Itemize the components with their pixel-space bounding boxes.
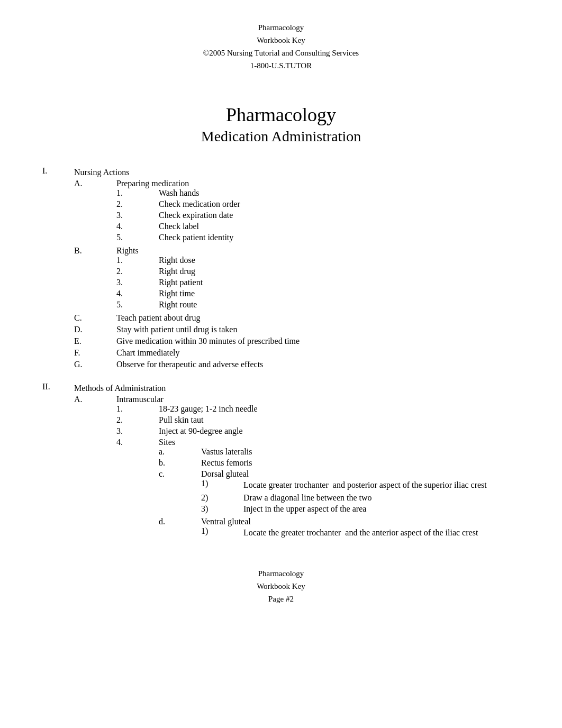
main-title: Pharmacology (42, 104, 520, 126)
subsection-C-num: C. (74, 313, 116, 323)
site-c-3-num: 3) (201, 504, 243, 514)
item-A4-text: Check label (159, 222, 520, 231)
site-d-1-text: Locate the greater trochanter and the an… (243, 526, 520, 539)
item-A5: 5. Check patient identity (116, 233, 520, 242)
site-b-num: b. (159, 458, 201, 468)
section-II-label: Methods of Administration (74, 382, 520, 395)
footer-line1: Pharmacology (42, 567, 520, 580)
sub-title: Medication Administration (42, 128, 520, 145)
site-c-1-num: 1) (201, 479, 243, 492)
site-c-1: 1) Locate greater trochanter and posteri… (201, 479, 520, 492)
site-c-2: 2) Draw a diagonal line between the two (201, 493, 520, 503)
item-II-A3: 3. Inject at 90-degree angle (116, 426, 520, 436)
item-II-A4: 4. Sites a. Vastus lateralis (116, 438, 520, 542)
title-section: Pharmacology Medication Administration (42, 104, 520, 145)
item-B3-num: 3. (116, 278, 159, 287)
item-B2-num: 2. (116, 267, 159, 276)
item-A3-num: 3. (116, 211, 159, 220)
page-header: Pharmacology Workbook Key ©2005 Nursing … (42, 21, 520, 72)
subsection-B-num: B. (74, 246, 116, 311)
subsection-D-num: D. (74, 325, 116, 334)
site-a-num: a. (159, 447, 201, 457)
item-B5-num: 5. (116, 300, 159, 310)
item-B5: 5. Right route (116, 300, 520, 310)
subsection-B-label: Rights (116, 246, 520, 256)
subsection-A-num: A. (74, 179, 116, 244)
subsection-F-num: F. (74, 348, 116, 358)
item-A4: 4. Check label (116, 222, 520, 231)
site-d-1-num: 1) (201, 526, 243, 539)
subsection-II-A-content: Intramuscular 1. 18-23 gauge; 1-2 inch n… (116, 395, 520, 544)
subsection-E-label: Give medication within 30 minutes of pre… (116, 336, 520, 346)
item-A1-num: 1. (116, 188, 159, 198)
item-B1-text: Right dose (159, 256, 520, 265)
site-a: a. Vastus lateralis (159, 447, 520, 457)
site-c-num: c. (159, 469, 201, 515)
item-II-A2: 2. Pull skin taut (116, 415, 520, 425)
item-A1-text: Wash hands (159, 188, 520, 198)
footer-line3: Page #2 (42, 593, 520, 605)
site-c-3: 3) Inject in the upper aspect of the are… (201, 504, 520, 514)
item-B1-num: 1. (116, 256, 159, 265)
section-II: II. Methods of Administration A. Intramu… (42, 382, 520, 546)
subsection-II-A-num: A. (74, 395, 116, 544)
header-line1: Pharmacology (42, 21, 520, 34)
page-footer: Pharmacology Workbook Key Page #2 (42, 567, 520, 605)
page: Pharmacology Workbook Key ©2005 Nursing … (0, 0, 562, 728)
subsection-C: C. Teach patient about drug (74, 313, 520, 323)
site-c-2-num: 2) (201, 493, 243, 503)
item-II-A1: 1. 18-23 gauge; 1-2 inch needle (116, 404, 520, 414)
site-b: b. Rectus femoris (159, 458, 520, 468)
site-c-3-text: Inject in the upper aspect of the area (243, 504, 520, 514)
header-line3: ©2005 Nursing Tutorial and Consulting Se… (42, 47, 520, 59)
item-B4: 4. Right time (116, 289, 520, 298)
item-B4-text: Right time (159, 289, 520, 298)
subsection-G-num: G. (74, 360, 116, 369)
item-B3-text: Right patient (159, 278, 520, 287)
site-b-label: Rectus femoris (201, 458, 520, 468)
site-d-num: d. (159, 517, 201, 541)
subsection-G-label: Observe for therapeutic and adverse effe… (116, 360, 520, 369)
site-a-label: Vastus lateralis (201, 447, 520, 457)
section-I-num: I. (42, 166, 74, 371)
item-A4-num: 4. (116, 222, 159, 231)
subsection-E-num: E. (74, 336, 116, 346)
item-A5-num: 5. (116, 233, 159, 242)
subsection-A-content: Preparing medication 1. Wash hands 2. Ch… (116, 179, 520, 244)
footer-line2: Workbook Key (42, 580, 520, 593)
subsection-II-A-label: Intramuscular (116, 395, 520, 404)
subsection-F: F. Chart immediately (74, 348, 520, 358)
item-A3: 3. Check expiration date (116, 211, 520, 220)
item-A2-text: Check medication order (159, 199, 520, 209)
header-line4: 1-800-U.S.TUTOR (42, 59, 520, 72)
subsection-E: E. Give medication within 30 minutes of … (74, 336, 520, 346)
item-II-A3-text: Inject at 90-degree angle (159, 426, 520, 436)
subsection-C-label: Teach patient about drug (116, 313, 520, 323)
section-I-label: Nursing Actions (74, 166, 520, 179)
subsection-B: B. Rights 1. Right dose 2. Right drug 3. (74, 246, 520, 311)
item-B2-text: Right drug (159, 267, 520, 276)
item-A2-num: 2. (116, 199, 159, 209)
section-I: I. Nursing Actions A. Preparing medicati… (42, 166, 520, 371)
item-A3-text: Check expiration date (159, 211, 520, 220)
site-c-content: Dorsal gluteal 1) Locate greater trochan… (201, 469, 520, 515)
item-A1: 1. Wash hands (116, 188, 520, 198)
item-II-A4-num: 4. (116, 438, 159, 542)
subsection-B-content: Rights 1. Right dose 2. Right drug 3. Ri… (116, 246, 520, 311)
subsection-D-label: Stay with patient until drug is taken (116, 325, 520, 334)
site-d-label: Ventral gluteal (201, 517, 520, 526)
item-B1: 1. Right dose (116, 256, 520, 265)
subsection-F-label: Chart immediately (116, 348, 520, 358)
item-A2: 2. Check medication order (116, 199, 520, 209)
section-II-num: II. (42, 382, 74, 546)
site-d-content: Ventral gluteal 1) Locate the greater tr… (201, 517, 520, 541)
site-c-label: Dorsal gluteal (201, 469, 520, 479)
content-area: I. Nursing Actions A. Preparing medicati… (42, 166, 520, 546)
item-II-A4-label: Sites (159, 438, 520, 447)
item-II-A4-content: Sites a. Vastus lateralis b. Rectus femo… (159, 438, 520, 542)
subsection-D: D. Stay with patient until drug is taken (74, 325, 520, 334)
header-line2: Workbook Key (42, 34, 520, 47)
section-I-content: Nursing Actions A. Preparing medication … (74, 166, 520, 371)
item-II-A3-num: 3. (116, 426, 159, 436)
item-A5-text: Check patient identity (159, 233, 520, 242)
